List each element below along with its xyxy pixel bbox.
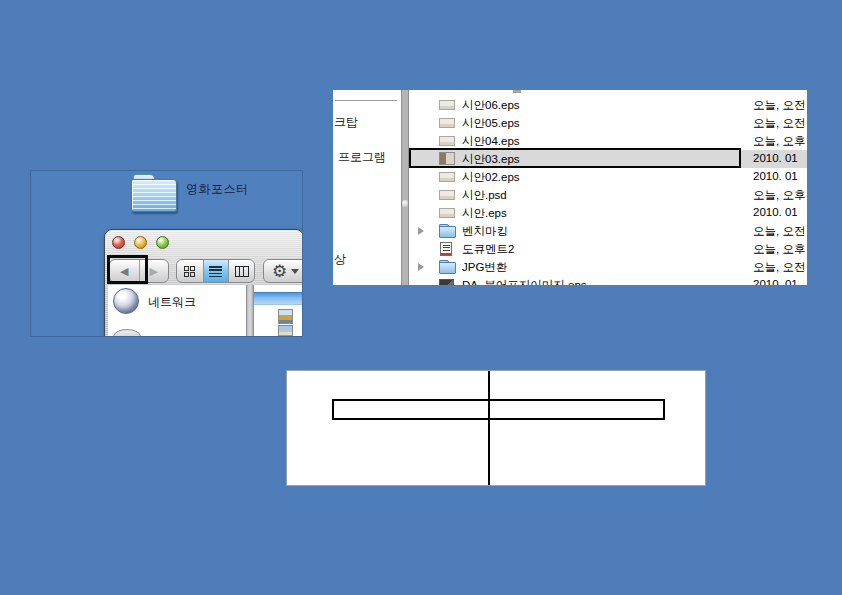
file-date: 2010. 01 — [753, 152, 807, 164]
action-menu-button[interactable]: ⚙ — [263, 259, 303, 283]
list-item[interactable]: 시안.psd 오늘, 오후 — [409, 186, 807, 204]
folder-icon[interactable] — [131, 174, 177, 212]
list-item[interactable]: 시안06.eps 오늘, 오전 — [409, 96, 807, 114]
disclosure-triangle-icon[interactable] — [418, 227, 424, 235]
list-item[interactable]: JPG변환 오늘, 오전 — [409, 258, 807, 276]
sidebar-divider — [335, 100, 397, 101]
annotation-highlight-box — [107, 255, 148, 284]
file-name: DA_붙어표지이미지.eps — [462, 278, 587, 285]
column-view-icon — [235, 266, 249, 277]
thumbnail-image[interactable] — [278, 309, 293, 324]
close-button[interactable] — [112, 236, 125, 249]
file-date: 오늘, 오전 — [753, 224, 807, 239]
file-name: 시안.eps — [462, 206, 507, 221]
file-date: 오늘, 오전 — [753, 260, 807, 275]
file-date: 2010. 01 — [753, 170, 807, 182]
file-rows: 시안06.eps 오늘, 오전 시안05.eps 오늘, 오전 시안04.eps… — [409, 96, 807, 285]
folder-icon — [439, 224, 455, 237]
sidebar-item-desktop[interactable]: 크탑 — [334, 114, 358, 131]
sidebar-item-network[interactable]: 네트워크 — [148, 294, 196, 311]
disclosure-triangle-icon[interactable] — [418, 263, 424, 271]
file-date: 2010. 01 — [753, 206, 807, 218]
desktop-screenshot-fragment: 영화포스터 ◀ ▶ ⚙ — [30, 170, 303, 337]
desktop: { "colors": { "desktop_bg": "#4f7db9", "… — [0, 0, 842, 595]
list-item[interactable]: 시안04.eps 오늘, 오후 — [409, 132, 807, 150]
folder-label: 영화포스터 — [186, 181, 249, 198]
list-view-icon — [209, 266, 222, 277]
list-item[interactable]: 시안.eps 2010. 01 — [409, 204, 807, 222]
file-list-screenshot-fragment: 크탑 프로그램 상 시안06.eps 오늘, 오전 시안05.eps 오늘, 오… — [333, 90, 807, 285]
center-guide-line — [488, 371, 490, 485]
scrollbar-track[interactable] — [401, 90, 409, 285]
column-view-button[interactable] — [228, 260, 254, 282]
layout-canvas — [286, 370, 706, 486]
file-name: 시안06.eps — [462, 98, 520, 113]
file-name: 시안03.eps — [462, 152, 520, 167]
file-name: 도큐멘트2 — [462, 242, 514, 257]
window-content: 네트워크 — [105, 285, 303, 337]
sidebar-splitter[interactable] — [247, 285, 254, 337]
folder-icon — [439, 260, 455, 273]
file-name: JPG변환 — [462, 260, 507, 275]
list-item[interactable]: 시안05.eps 오늘, 오전 — [409, 114, 807, 132]
selection-annotation-frame — [409, 148, 741, 168]
hard-disk-icon[interactable] — [113, 329, 141, 337]
view-mode-group — [176, 259, 255, 283]
icon-view-button[interactable] — [177, 260, 203, 282]
list-view-button[interactable] — [203, 260, 229, 282]
eps-thumb-icon — [439, 208, 455, 218]
file-pane — [254, 285, 302, 337]
file-list: 시안06.eps 오늘, 오전 시안05.eps 오늘, 오전 시안04.eps… — [409, 90, 807, 285]
list-item[interactable]: 벤치마킹 오늘, 오전 — [409, 222, 807, 240]
file-date: 오늘, 오후 — [753, 134, 807, 149]
gear-icon: ⚙ — [272, 263, 287, 280]
file-date: 2010. 01 — [753, 278, 807, 285]
file-date: 오늘, 오후 — [753, 242, 807, 257]
sidebar-item-programs[interactable]: 프로그램 — [338, 149, 386, 166]
chevron-down-icon — [291, 269, 299, 274]
file-name: 시안02.eps — [462, 170, 520, 185]
eps-thumb-icon — [439, 172, 455, 182]
list-item[interactable]: 시안02.eps 2010. 01 — [409, 168, 807, 186]
clipped-icon-sliver — [513, 90, 521, 93]
window-edge — [302, 285, 303, 337]
window-sidebar: 네트워크 — [108, 285, 247, 337]
zoom-button[interactable] — [156, 236, 169, 249]
file-date: 오늘, 오전 — [753, 116, 807, 131]
finder-window: ◀ ▶ ⚙ 네트워크 — [104, 229, 303, 337]
network-globe-icon — [113, 288, 139, 314]
folder-body — [131, 179, 177, 212]
file-date: 오늘, 오전 — [753, 98, 807, 113]
minimize-button[interactable] — [134, 236, 147, 249]
photo-thumb-icon — [439, 152, 455, 165]
file-date: 오늘, 오후 — [753, 188, 807, 203]
scrollbar-knob[interactable] — [402, 200, 408, 207]
eps-thumb-icon — [439, 190, 455, 200]
document-icon — [440, 242, 452, 256]
eps-thumb-icon — [439, 100, 455, 110]
layout-rectangle[interactable] — [332, 399, 665, 420]
list-sidebar: 크탑 프로그램 상 — [333, 90, 401, 285]
sidebar-item-media[interactable]: 상 — [334, 251, 346, 268]
list-item[interactable]: 시안03.eps 2010. 01 — [409, 150, 807, 168]
icon-view-icon — [184, 266, 195, 277]
list-item[interactable]: 도큐멘트2 오늘, 오후 — [409, 240, 807, 258]
file-name: 시안04.eps — [462, 134, 520, 149]
file-name: 시안05.eps — [462, 116, 520, 131]
eps-thumb-icon — [439, 118, 455, 128]
file-name: 시안.psd — [462, 188, 507, 203]
dark-thumb-icon — [439, 279, 454, 285]
list-item[interactable]: DA_붙어표지이미지.eps 2010. 01 — [409, 276, 807, 285]
file-name: 벤치마킹 — [462, 224, 508, 239]
eps-thumb-icon — [439, 136, 455, 146]
column-header[interactable] — [254, 292, 302, 305]
forward-arrow-icon: ▶ — [150, 265, 158, 278]
thumbnail-image[interactable] — [278, 325, 293, 337]
